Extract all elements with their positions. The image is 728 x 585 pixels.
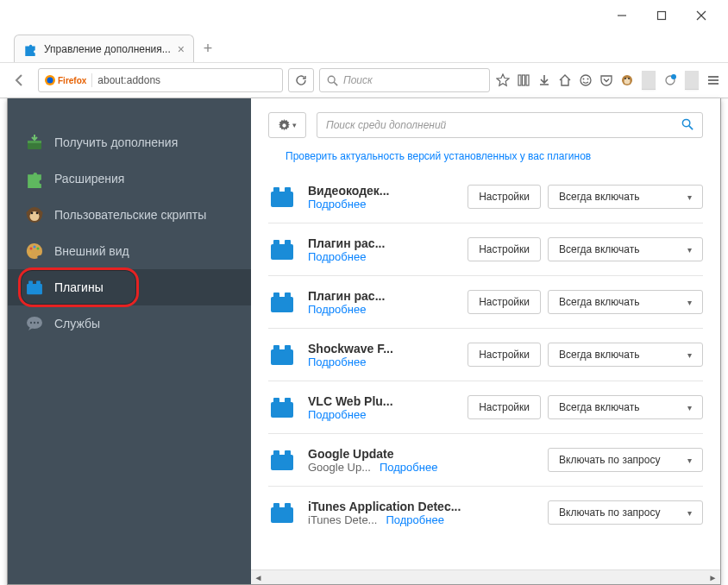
plugin-row: Плагин рас...ПодробнееНастройкиВсегда вк… [268,223,703,276]
plugin-details-link[interactable]: Подробнее [308,408,366,421]
main-toolbar: ▾ Поиск среди дополнений [251,98,720,147]
sidebar-item-4[interactable]: Плагины [8,269,251,305]
check-updates-link[interactable]: Проверить актуальность версий установлен… [286,150,591,162]
lego-icon [268,393,296,421]
library-icon[interactable] [516,72,531,88]
svg-point-41 [34,322,35,324]
search-icon[interactable] [681,118,693,133]
palette-icon [25,242,44,261]
addon-search-placeholder: Поиск среди дополнений [326,119,446,131]
sidebar-item-label: Плагины [54,280,104,294]
plugin-details-link[interactable]: Подробнее [308,303,366,316]
menu-icon[interactable] [706,72,721,88]
sidebar-item-label: Расширения [54,172,124,186]
plugin-activation-dropdown[interactable]: Всегда включать [548,290,703,314]
plugin-row: iTunes Application Detec...iTunes Dete..… [268,487,703,538]
tab-strip: Управление дополнения... × + [0,31,728,62]
svg-point-11 [47,78,53,84]
plugin-row: Плагин рас...ПодробнееНастройкиВсегда вк… [268,276,703,329]
url-text: about:addons [97,74,160,86]
plugin-details-link[interactable]: Подробнее [380,461,437,474]
plugin-settings-button[interactable]: Настройки [468,290,541,314]
pocket-icon[interactable] [599,72,614,88]
url-bar[interactable]: Firefox about:addons [38,68,283,92]
scroll-right-icon[interactable]: ► [706,570,720,585]
svg-point-36 [34,246,36,248]
plugin-activation-dropdown[interactable]: Включать по запросу [548,448,703,472]
sidebar-item-2[interactable]: Пользовательские скрипты [8,197,251,233]
plugin-settings-button[interactable]: Настройки [468,395,541,419]
addons-sidebar: Получить дополненияРасширенияПользовател… [8,98,251,584]
plugin-name: Плагин рас... [308,236,455,250]
sidebar-item-label: Получить дополнения [54,135,178,149]
plugin-desc: Google Up... [308,461,371,474]
addon-search-input[interactable]: Поиск среди дополнений [317,112,703,138]
plugin-name: VLC Web Plu... [308,394,455,408]
home-icon[interactable] [557,72,573,88]
svg-point-38 [29,252,32,255]
plugin-activation-dropdown[interactable]: Включать по запросу [548,500,703,525]
svg-point-42 [37,322,39,324]
svg-point-32 [36,212,39,215]
plugin-name: iTunes Application Detec... [308,500,536,513]
svg-point-40 [30,322,32,324]
monkey-icon [25,205,44,224]
svg-point-20 [624,78,626,79]
puzzle-icon [25,169,44,188]
sidebar-item-5[interactable]: Службы [8,305,251,342]
monkey-toolbar-icon[interactable] [619,72,635,88]
firefox-icon [44,74,56,86]
plugin-activation-dropdown[interactable]: Всегда включать [548,395,703,419]
close-window-button[interactable] [681,3,721,28]
search-placeholder: Поиск [343,74,373,86]
sidebar-item-label: Пользовательские скрипты [54,208,206,222]
plugin-settings-button[interactable]: Настройки [468,343,541,367]
svg-point-21 [628,78,630,79]
reload-button[interactable] [288,68,314,92]
tab-close-icon[interactable]: × [178,42,185,56]
bookmark-star-icon[interactable] [495,72,511,88]
tools-menu-button[interactable]: ▾ [268,112,306,138]
plugin-settings-button[interactable]: Настройки [468,185,541,209]
lego-icon [268,499,296,526]
downloads-icon[interactable] [537,72,552,88]
plugin-name: Google Update [308,447,536,461]
svg-point-23 [671,74,676,79]
new-tab-button[interactable]: + [194,35,222,62]
plugin-details-link[interactable]: Подробнее [308,198,366,211]
svg-point-34 [39,211,43,216]
lego-icon [25,278,44,297]
plugin-activation-dropdown[interactable]: Всегда включать [548,185,703,209]
svg-point-17 [587,79,589,80]
window-titlebar [0,0,728,31]
plugin-row: VLC Web Plu...ПодробнееНастройкиВсегда в… [268,381,703,434]
lego-icon [268,446,296,474]
plugin-activation-dropdown[interactable]: Всегда включать [548,237,703,261]
plugin-details-link[interactable]: Подробнее [308,355,366,368]
plugin-row: Google UpdateGoogle Up...ПодробнееВключа… [268,434,703,487]
minimize-button[interactable] [602,3,642,28]
sidebar-item-3[interactable]: Внешний вид [8,233,251,269]
svg-rect-14 [526,75,529,85]
svg-point-37 [37,248,40,250]
notification-icon[interactable] [662,72,678,88]
scroll-left-icon[interactable]: ◄ [251,570,266,585]
svg-point-15 [581,75,591,85]
search-bar[interactable]: Поиск [319,68,490,92]
face-icon[interactable] [578,72,593,88]
sidebar-item-0[interactable]: Получить дополнения [8,124,251,160]
svg-rect-13 [523,75,525,85]
plugin-details-link[interactable]: Подробнее [308,250,366,263]
content-area: Получить дополненияРасширенияПользовател… [7,98,721,585]
svg-rect-7 [658,12,666,20]
horizontal-scrollbar[interactable]: ◄ ► [251,569,720,584]
lego-icon [268,183,296,211]
svg-point-33 [27,211,31,216]
plugin-details-link[interactable]: Подробнее [386,513,443,526]
back-button[interactable] [7,67,33,93]
plugin-activation-dropdown[interactable]: Всегда включать [548,343,703,367]
maximize-button[interactable] [642,3,681,28]
plugin-settings-button[interactable]: Настройки [468,237,541,261]
browser-tab[interactable]: Управление дополнения... × [14,35,194,62]
sidebar-item-1[interactable]: Расширения [8,160,251,197]
